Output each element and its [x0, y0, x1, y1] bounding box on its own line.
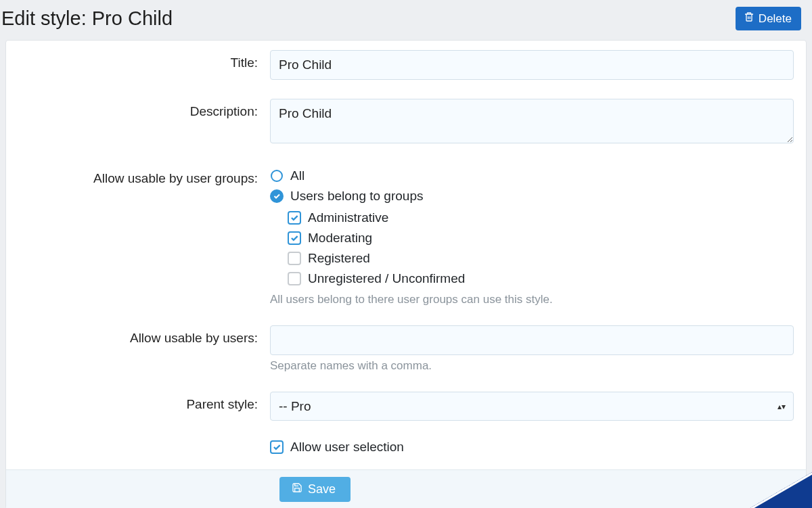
checkbox-label: Administrative [308, 210, 388, 225]
row-parent-style: Parent style: -- Pro ▴▾ [6, 382, 806, 430]
trash-icon [744, 11, 754, 26]
save-icon [292, 482, 302, 497]
label-parent-style: Parent style: [6, 392, 270, 412]
row-allow-users: Allow usable by users: Separate names wi… [6, 316, 806, 382]
label-allow-users: Allow usable by users: [6, 325, 270, 346]
checkbox-registered[interactable]: Registered [288, 248, 794, 269]
checkbox-administrative[interactable]: Administrative [288, 208, 794, 228]
title-input[interactable] [270, 50, 794, 80]
checkbox-allow-user-selection[interactable]: Allow user selection [270, 437, 794, 457]
checkbox-label: Registered [308, 251, 370, 266]
radio-all-label: All [290, 168, 304, 183]
radio-belong-label: Users belong to groups [290, 189, 423, 204]
label-allow-groups: Allow usable by user groups: [6, 166, 270, 186]
checkbox-label: Allow user selection [290, 440, 404, 455]
checkbox-checked-icon [288, 211, 301, 225]
groups-hint: All users belong to there user groups ca… [270, 293, 794, 306]
checkbox-label: Unregistered / Unconfirmed [308, 271, 465, 286]
row-allow-user-selection: Allow user selection [6, 430, 806, 464]
save-button[interactable]: Save [279, 477, 351, 502]
form-panel: Title: Description: Pro Child Allow usab… [5, 40, 807, 508]
checkbox-moderating[interactable]: Moderating [288, 228, 794, 248]
row-allow-groups: Allow usable by user groups: All Users b… [6, 156, 806, 316]
checkbox-checked-icon [270, 440, 284, 454]
row-title: Title: [6, 41, 806, 89]
checkbox-checked-icon [288, 231, 301, 245]
description-input[interactable]: Pro Child [270, 99, 794, 143]
checkbox-icon [288, 272, 301, 285]
parent-style-select[interactable]: -- Pro [270, 392, 794, 421]
radio-icon [270, 169, 284, 183]
allow-users-input[interactable] [270, 325, 794, 355]
row-description: Description: Pro Child [6, 89, 806, 156]
delete-button[interactable]: Delete [736, 7, 801, 30]
label-title: Title: [6, 50, 270, 70]
checkbox-icon [288, 252, 301, 265]
save-label: Save [308, 482, 336, 497]
form-footer: Save [6, 469, 806, 508]
checkbox-label: Moderating [308, 231, 372, 246]
users-hint: Separate names with a comma. [270, 359, 794, 373]
checkbox-unregistered[interactable]: Unregistered / Unconfirmed [288, 269, 794, 289]
radio-all[interactable]: All [270, 166, 794, 186]
delete-label: Delete [759, 12, 792, 26]
radio-belong-groups[interactable]: Users belong to groups [270, 186, 794, 206]
radio-checked-icon [270, 189, 284, 203]
label-description: Description: [6, 99, 270, 119]
group-checkboxes: Administrative Moderating Registered Unr… [288, 208, 794, 289]
page-title: Edit style: Pro Child [1, 7, 173, 30]
page-header: Edit style: Pro Child Delete [0, 0, 812, 40]
